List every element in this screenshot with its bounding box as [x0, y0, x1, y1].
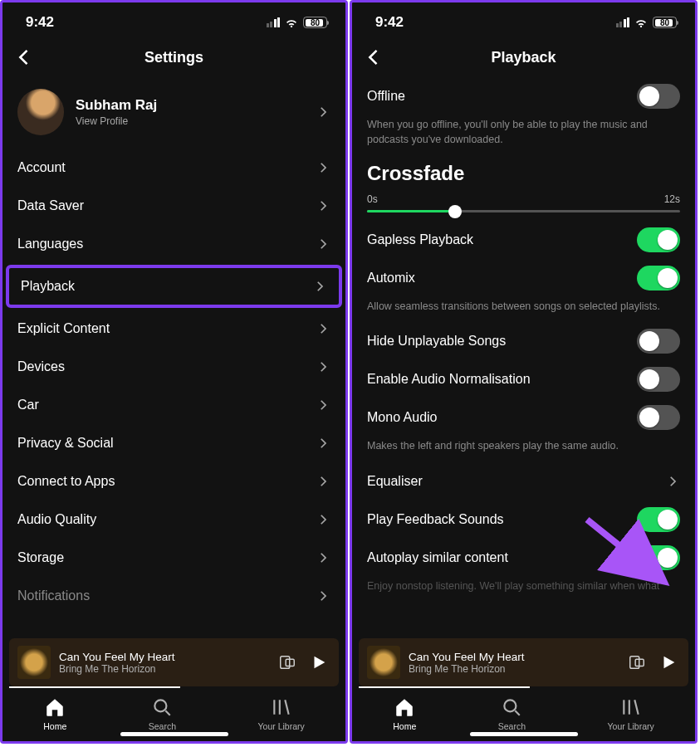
tab-library[interactable]: Your Library	[608, 696, 654, 731]
profile-name: Subham Raj	[76, 97, 304, 114]
now-playing-bar[interactable]: Can You Feel My Heart Bring Me The Horiz…	[9, 638, 339, 686]
row-explicit[interactable]: Explicit Content	[2, 310, 345, 348]
row-storage[interactable]: Storage	[2, 539, 345, 577]
row-audio-quality[interactable]: Audio Quality	[2, 500, 345, 539]
battery-icon: 80	[303, 17, 327, 28]
chevron-right-icon	[316, 474, 330, 489]
crossfade-slider[interactable]: 0s 12s	[352, 188, 695, 221]
row-autoplay: Autoplay similar content	[352, 539, 695, 577]
slider-max: 12s	[664, 193, 680, 205]
wifi-icon	[634, 17, 649, 28]
row-offline: Offline	[352, 77, 695, 115]
row-connect-apps[interactable]: Connect to Apps	[2, 462, 345, 500]
chevron-right-icon	[316, 588, 330, 603]
chevron-right-icon	[316, 160, 330, 175]
row-devices[interactable]: Devices	[2, 348, 345, 386]
automix-desc: Allow seamless transitions between songs…	[352, 297, 695, 322]
row-hide-unplayable: Hide Unplayable Songs	[352, 322, 695, 360]
cast-icon[interactable]	[625, 651, 649, 674]
tab-library[interactable]: Your Library	[258, 696, 305, 731]
status-time: 9:42	[375, 14, 404, 31]
home-indicator	[120, 732, 228, 736]
toggle-gapless[interactable]	[637, 227, 680, 252]
np-artist: Bring Me The Horizon	[409, 663, 617, 675]
status-bar: 9:42 80	[352, 2, 695, 37]
row-notifications[interactable]: Notifications	[2, 577, 345, 615]
status-icons: 80	[616, 17, 678, 28]
row-privacy[interactable]: Privacy & Social	[2, 424, 345, 462]
row-automix: Automix	[352, 259, 695, 297]
np-title: Can You Feel My Heart	[59, 651, 267, 663]
back-button[interactable]	[12, 46, 36, 72]
row-languages[interactable]: Languages	[2, 225, 345, 263]
toggle-mono[interactable]	[637, 405, 680, 430]
row-equaliser[interactable]: Equaliser	[352, 462, 695, 500]
library-icon	[620, 696, 642, 718]
toggle-feedback[interactable]	[637, 507, 680, 532]
chevron-right-icon	[665, 474, 680, 489]
progress-bar	[9, 686, 180, 688]
profile-row[interactable]: Subham Raj View Profile	[2, 77, 345, 149]
home-icon	[44, 696, 66, 718]
tab-home[interactable]: Home	[43, 696, 66, 731]
toggle-automix[interactable]	[637, 266, 680, 290]
chevron-right-icon	[316, 550, 330, 565]
autoplay-desc: Enjoy nonstop listening. We'll play some…	[352, 577, 695, 593]
cast-icon[interactable]	[276, 651, 299, 674]
svg-marker-10	[664, 657, 675, 669]
toggle-offline[interactable]	[637, 84, 680, 109]
tab-home[interactable]: Home	[393, 696, 416, 731]
header: Settings	[2, 37, 345, 77]
status-bar: 9:42 80	[2, 2, 345, 37]
toggle-normalise[interactable]	[637, 367, 680, 392]
offline-desc: When you go offline, you'll only be able…	[352, 115, 695, 155]
page-title: Settings	[144, 49, 203, 66]
status-time: 9:42	[26, 14, 54, 31]
phone-settings: 9:42 80 Settings Subham Raj	[0, 0, 348, 744]
play-icon[interactable]	[657, 651, 680, 674]
battery-icon: 80	[653, 17, 677, 28]
chevron-right-icon	[316, 436, 330, 451]
home-indicator	[470, 732, 578, 736]
svg-marker-2	[315, 657, 326, 669]
avatar	[17, 89, 64, 135]
search-icon	[501, 696, 522, 718]
row-data-saver[interactable]: Data Saver	[2, 187, 345, 225]
wifi-icon	[284, 17, 299, 28]
row-normalise: Enable Audio Normalisation	[352, 360, 695, 398]
row-car[interactable]: Car	[2, 386, 345, 424]
row-mono: Mono Audio	[352, 398, 695, 437]
page-title: Playback	[491, 49, 556, 66]
chevron-right-icon	[316, 359, 330, 374]
svg-point-3	[155, 700, 167, 711]
svg-line-4	[166, 710, 170, 715]
row-account[interactable]: Account	[2, 149, 345, 187]
highlight-playback: Playback	[6, 265, 342, 308]
search-icon	[151, 696, 173, 718]
settings-list: Account Data Saver Languages Playback Ex…	[2, 149, 345, 638]
status-icons: 80	[267, 17, 328, 28]
back-button[interactable]	[362, 46, 385, 72]
profile-subtitle: View Profile	[76, 115, 304, 127]
tab-search[interactable]: Search	[498, 696, 526, 731]
slider-min: 0s	[367, 193, 378, 205]
play-icon[interactable]	[307, 651, 330, 674]
cellular-icon	[267, 17, 281, 27]
album-art	[367, 646, 400, 679]
crossfade-title: Crossfade	[352, 155, 695, 188]
library-icon	[271, 696, 292, 718]
np-artist: Bring Me The Horizon	[59, 663, 267, 675]
now-playing-bar[interactable]: Can You Feel My Heart Bring Me The Horiz…	[359, 638, 688, 686]
row-feedback: Play Feedback Sounds	[352, 500, 695, 539]
row-gapless: Gapless Playback	[352, 221, 695, 259]
toggle-autoplay[interactable]	[637, 545, 680, 570]
tab-search[interactable]: Search	[149, 696, 176, 731]
np-title: Can You Feel My Heart	[409, 651, 617, 663]
row-playback[interactable]: Playback	[9, 268, 339, 305]
chevron-right-icon	[316, 321, 330, 336]
toggle-hide[interactable]	[637, 329, 680, 354]
svg-line-15	[634, 700, 638, 714]
mono-desc: Makes the left and right speakers play t…	[352, 437, 695, 461]
album-art	[17, 646, 51, 679]
playback-list: Offline When you go offline, you'll only…	[352, 77, 695, 638]
